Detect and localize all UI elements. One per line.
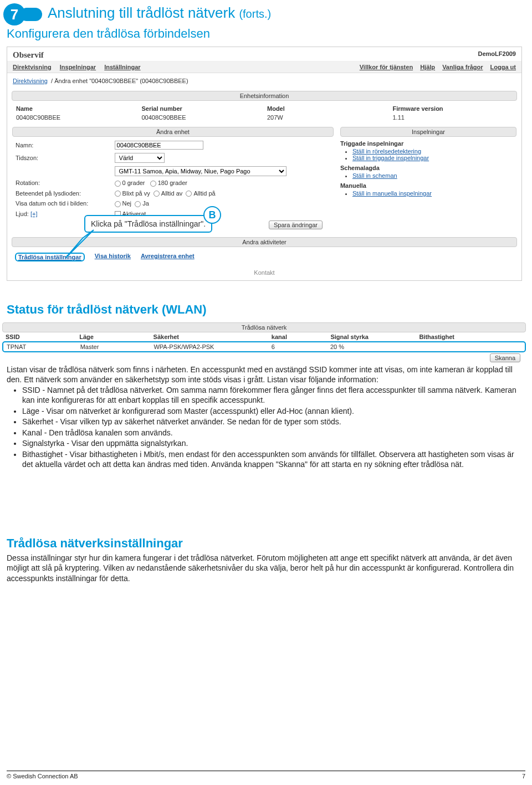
radio-showdt-no-label: Nej bbox=[122, 200, 132, 207]
callout-b-text: Klicka på "Trådlösa inställningar". bbox=[91, 219, 206, 228]
wlan-th-bitrate: Bithastighet bbox=[419, 334, 523, 340]
link-schedules[interactable]: Ställ in scheman bbox=[352, 172, 397, 179]
list-item: Signalstyrka - Visar den uppmätta signal… bbox=[22, 438, 522, 448]
info-header-model: Model bbox=[267, 105, 387, 112]
settings-heading: Trådlösa nätverksinställningar bbox=[7, 536, 183, 551]
breadcrumb-link[interactable]: Direktvisning bbox=[13, 78, 48, 84]
footer-page-number: 7 bbox=[522, 773, 525, 779]
info-value-name: 00408C90BBEE bbox=[16, 114, 136, 121]
list-item: Kanal - Den trådlösa kanalen som används… bbox=[22, 428, 522, 438]
wlan-intro-paragraph: Listan visar de trådlösa nätverk som fin… bbox=[7, 365, 522, 385]
wlan-th-mode: Läge bbox=[79, 334, 153, 340]
settings-paragraph: Dessa inställningar styr hur din kamera … bbox=[7, 553, 522, 583]
contact-footer: Kontakt bbox=[7, 267, 521, 280]
scan-button[interactable]: Skanna bbox=[490, 353, 520, 362]
breadcrumb: Direktvisning / Ändra enhet "00408C90BBE… bbox=[7, 73, 521, 89]
breadcrumb-current: Ändra enhet "00408C90BBEE" (00408C90BBEE… bbox=[54, 78, 188, 84]
footer-copyright: © Swedish Connection AB bbox=[7, 773, 78, 779]
label-name: Namn: bbox=[12, 139, 111, 151]
wlan-cell-signal: 20 % bbox=[330, 343, 418, 350]
radio-showdt-no[interactable] bbox=[115, 201, 121, 207]
wlan-th-channel: kanal bbox=[272, 334, 331, 340]
list-item: Säkerhet - Visar vilken typ av säkerhet … bbox=[22, 417, 522, 427]
radio-led-on-label: Alltid på bbox=[193, 190, 215, 197]
list-item: SSID - Namnet på det trådlösa nätverket.… bbox=[22, 385, 522, 406]
step-number-circle: 7 bbox=[3, 3, 25, 25]
group-scheduled: Schemalagda bbox=[340, 165, 516, 171]
radio-rotation-0-label: 0 grader bbox=[122, 179, 145, 186]
radio-rotation-180[interactable] bbox=[150, 181, 156, 187]
wlan-th-security: Säkerhet bbox=[154, 334, 272, 340]
wlan-th-signal: Signal styrka bbox=[330, 334, 419, 340]
wlan-table-header: SSID Läge Säkerhet kanal Signal styrka B… bbox=[2, 332, 526, 341]
wlan-cell-channel: 6 bbox=[272, 343, 330, 350]
wlan-cell-bitrate bbox=[418, 343, 521, 350]
page-footer: © Swedish Connection AB 7 bbox=[7, 771, 525, 779]
wlan-table-title: Trådlösa nätverk bbox=[2, 322, 526, 332]
status-heading: Status för trådlöst nätverk (WLAN) bbox=[7, 302, 207, 317]
sound-expand-link[interactable]: [+] bbox=[30, 211, 38, 217]
info-header-firmware: Firmware version bbox=[393, 105, 513, 112]
info-header-serial: Serial number bbox=[142, 105, 262, 112]
recordings-panel: Inspelningar Triggade inspelningar Ställ… bbox=[340, 126, 517, 232]
radio-showdt-yes-label: Ja bbox=[142, 200, 149, 207]
wlan-row-selected[interactable]: TPNAT Master WPA-PSK/WPA2-PSK 6 20 % bbox=[2, 341, 526, 352]
list-item: Läge - Visar om nätverket är konfigurera… bbox=[22, 406, 522, 416]
label-led: Beteendet på lysdioden: bbox=[12, 188, 111, 199]
radio-led-blink[interactable] bbox=[115, 191, 121, 197]
info-value-firmware: 1.11 bbox=[393, 114, 513, 121]
app-logo: Observif bbox=[13, 50, 44, 60]
nav-hjalp[interactable]: Hjälp bbox=[420, 64, 435, 70]
radio-led-off-label: Alltid av bbox=[161, 190, 183, 197]
link-motion-detection[interactable]: Ställ in rörelsedetektering bbox=[352, 148, 421, 155]
page-title: Anslutning till trådlöst nätverk (forts.… bbox=[48, 4, 271, 22]
radio-led-off[interactable] bbox=[154, 191, 160, 197]
label-showdt: Visa datum och tid i bilden: bbox=[12, 198, 111, 209]
section-enhetsinfo-title: Enhetsinformation bbox=[12, 91, 517, 101]
callout-b-tail bbox=[63, 227, 96, 260]
wlan-cell-mode: Master bbox=[80, 343, 154, 350]
callout-b: Klicka på "Trådlösa inställningar". B bbox=[84, 215, 212, 233]
nav-faq[interactable]: Vanliga frågor bbox=[442, 64, 483, 70]
user-label: DemoLF2009 bbox=[478, 50, 516, 60]
step-badge: 7 bbox=[3, 3, 42, 25]
edit-panel-title: Ändra enhet bbox=[12, 127, 334, 137]
wlan-cell-ssid: TPNAT bbox=[7, 343, 80, 350]
device-info-grid: Name Serial number Model Firmware versio… bbox=[7, 103, 521, 126]
info-value-model: 207W bbox=[267, 114, 387, 121]
label-sound: Ljud: bbox=[16, 211, 29, 217]
nav-inspelningar[interactable]: Inspelningar bbox=[60, 64, 96, 70]
nav-logout[interactable]: Logga ut bbox=[490, 64, 516, 70]
input-name[interactable] bbox=[115, 141, 203, 150]
link-triggered-rec[interactable]: Ställ in triggade inspelningar bbox=[352, 155, 429, 161]
list-item: Bithastighet - Visar bithastigheten i Mb… bbox=[22, 449, 522, 470]
page-subtitle: Konfigurera den trådlösa förbindelsen bbox=[7, 27, 210, 41]
nav-direktvisning[interactable]: Direktvisning bbox=[13, 64, 52, 70]
save-button[interactable]: Spara ändringar bbox=[269, 220, 323, 229]
radio-rotation-180-label: 180 grader bbox=[158, 179, 187, 186]
radio-rotation-0[interactable] bbox=[115, 181, 121, 187]
group-manual: Manuella bbox=[340, 182, 516, 189]
radio-led-blink-label: Blixt på vy bbox=[122, 190, 150, 197]
wlan-table: Trådlösa nätverk SSID Läge Säkerhet kana… bbox=[2, 322, 526, 363]
select-tz-zone[interactable]: GMT-11 Samoa, Apia, Midway, Niue, Pago P… bbox=[115, 166, 287, 176]
wlan-info-list: SSID - Namnet på det trådlösa nätverket.… bbox=[22, 385, 522, 470]
radio-led-on[interactable] bbox=[186, 191, 192, 197]
label-rotation: Rotation: bbox=[12, 178, 111, 188]
link-manual-rec[interactable]: Ställ in manuella inspelningar bbox=[352, 190, 432, 197]
nav-villkor[interactable]: Villkor för tjänsten bbox=[360, 64, 413, 70]
recordings-panel-title: Inspelningar bbox=[340, 127, 516, 137]
top-nav: Direktvisning Inspelningar Inställningar… bbox=[7, 61, 521, 73]
nav-installningar[interactable]: Inställningar bbox=[104, 64, 140, 70]
info-value-serial: 00408C90BBEE bbox=[142, 114, 262, 121]
select-tz-region[interactable]: Värld bbox=[115, 153, 165, 163]
callout-b-balloon: B bbox=[203, 206, 221, 224]
group-triggered: Triggade inspelningar bbox=[340, 140, 516, 147]
info-header-name: Name bbox=[16, 105, 136, 112]
label-timezone: Tidszon: bbox=[12, 151, 111, 165]
link-unregister-device[interactable]: Avregistrera enhet bbox=[141, 253, 195, 261]
link-view-history[interactable]: Visa historik bbox=[95, 253, 131, 261]
radio-showdt-yes[interactable] bbox=[135, 201, 141, 207]
wlan-th-ssid: SSID bbox=[6, 334, 79, 340]
wlan-cell-security: WPA-PSK/WPA2-PSK bbox=[154, 343, 271, 350]
